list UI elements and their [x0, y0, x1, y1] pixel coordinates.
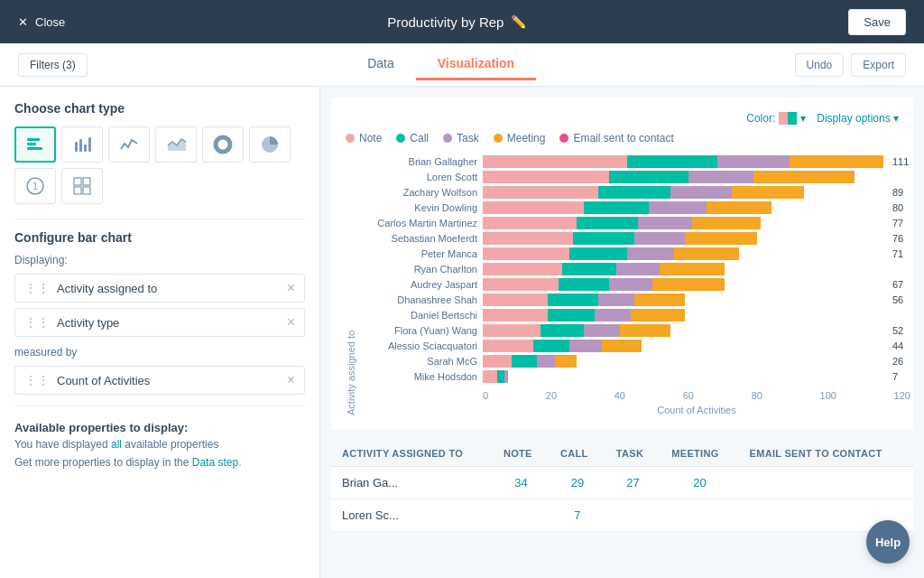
bar-row: Audrey Jaspart67: [360, 278, 910, 291]
bar-label: Peter Manca: [360, 248, 477, 259]
bar-segment: [638, 217, 692, 229]
tab-visualization[interactable]: Visualization: [416, 49, 536, 80]
chart-type-number[interactable]: 1: [14, 168, 56, 204]
bar-segment: [688, 171, 753, 183]
all-properties-link[interactable]: all: [111, 438, 125, 451]
bar-row: Loren Scott: [360, 171, 910, 183]
tag-label-activity-type: Activity type: [57, 316, 287, 330]
bar-row: Flora (Yuan) Wang52: [360, 324, 910, 337]
display-options-button[interactable]: Display options ▾: [817, 112, 899, 125]
svg-text:1: 1: [32, 182, 38, 191]
left-panel: Choose chart type: [0, 87, 320, 578]
filter-button[interactable]: Filters (3): [18, 53, 88, 77]
cell-call: 7: [550, 499, 605, 532]
bar-segment: [483, 324, 541, 337]
bar-segment: [595, 309, 631, 322]
chart-type-line[interactable]: [108, 126, 150, 163]
bar-segment: [512, 355, 537, 368]
drag-handle-icon: ⋮⋮: [24, 373, 50, 387]
toolbar-right: Undo Export: [795, 53, 906, 77]
bar-track: [483, 355, 883, 368]
close-label: Close: [35, 15, 65, 29]
legend-note: Note: [346, 132, 382, 144]
chart-type-bar-vertical[interactable]: [61, 126, 103, 163]
bar-row: Sarah McG26: [360, 355, 910, 368]
bar-segment: [562, 263, 616, 275]
tab-data[interactable]: Data: [346, 49, 416, 80]
bar-segment: [483, 171, 609, 183]
bar-segment: [660, 263, 725, 275]
color-picker[interactable]: Color: ▾: [746, 112, 806, 125]
bar-label: Loren Scott: [360, 172, 477, 182]
bar-segment: [634, 232, 685, 245]
cell-call: 29: [550, 467, 605, 499]
cell-task: [605, 499, 661, 532]
chart-type-grid[interactable]: [61, 168, 103, 204]
col-header-meeting: MEETING: [661, 441, 738, 467]
data-step-link[interactable]: Data step.: [192, 456, 242, 469]
bar-label: Carlos Martin Martinez: [360, 218, 477, 228]
close-button[interactable]: ✕ Close: [18, 15, 65, 29]
available-props-text: You have displayed all available propert…: [14, 438, 305, 451]
bar-segment: [685, 232, 757, 245]
display-tag-activity-assigned[interactable]: ⋮⋮ Activity assigned to ×: [14, 274, 305, 303]
svg-point-9: [219, 141, 226, 148]
drag-handle-icon: ⋮⋮: [24, 281, 50, 295]
bar-segment: [541, 324, 584, 337]
main-area: Choose chart type: [0, 87, 924, 578]
tag-label-count: Count of Activities: [57, 374, 287, 387]
report-title: Productivity by Rep: [387, 14, 504, 30]
bar-segment: [555, 355, 577, 368]
legend-label-email: Email sent to contact: [573, 132, 673, 144]
svg-rect-5: [84, 144, 87, 152]
export-button[interactable]: Export: [851, 53, 906, 77]
tab-bar: Data Visualization: [346, 49, 536, 80]
bar-segment: [548, 309, 595, 322]
bar-segment: [573, 232, 634, 245]
legend-email: Email sent to contact: [559, 132, 673, 144]
bar-label: Brian Gallagher: [360, 156, 477, 167]
bar-segment: [634, 294, 685, 306]
legend-label-task: Task: [457, 132, 479, 144]
chevron-down-icon: ▾: [893, 112, 899, 125]
edit-title-icon[interactable]: ✏️: [511, 14, 526, 29]
bar-segment: [569, 340, 602, 352]
remove-tag-activity-assigned[interactable]: ×: [287, 280, 295, 296]
x-axis-label: Count of Activities: [360, 405, 910, 415]
chart-type-area[interactable]: [155, 126, 197, 163]
chart-type-pie[interactable]: [249, 126, 291, 163]
bar-value: 7: [892, 371, 910, 382]
right-panel: Color: ▾ Display options ▾ Note Call: [320, 87, 924, 578]
chart-type-selector: 1: [14, 126, 305, 204]
chart-type-donut[interactable]: [202, 126, 244, 163]
bar-segment: [707, 201, 772, 214]
bar-segment: [674, 247, 739, 260]
measure-tag-count[interactable]: ⋮⋮ Count of Activities ×: [14, 366, 305, 395]
bar-label: Zachary Wolfson: [360, 187, 477, 198]
bar-chart: Activity assigned to Brian Gallagher111L…: [346, 155, 899, 415]
display-tag-activity-type[interactable]: ⋮⋮ Activity type ×: [14, 308, 305, 337]
bar-segment: [548, 294, 598, 306]
bar-value: 111: [892, 156, 910, 167]
bar-segment: [497, 370, 504, 383]
bar-track: [483, 294, 883, 306]
help-button[interactable]: Help: [866, 520, 910, 564]
available-props-section: Available properties to display: You hav…: [14, 421, 305, 469]
remove-tag-activity-type[interactable]: ×: [287, 314, 295, 331]
bar-segment: [616, 263, 660, 275]
bar-label: Mike Hodsdon: [360, 371, 477, 382]
save-button[interactable]: Save: [848, 9, 906, 35]
measured-by-label: measured by: [14, 346, 305, 359]
chart-type-bar-horizontal[interactable]: [14, 126, 56, 163]
bar-track: [483, 201, 883, 214]
remove-tag-count[interactable]: ×: [287, 372, 295, 388]
cell-task: 27: [605, 467, 661, 499]
legend-dot-meeting: [494, 134, 503, 143]
bar-label: Kevin Dowling: [360, 202, 477, 213]
bar-segment: [483, 217, 577, 229]
bar-segment: [584, 324, 620, 337]
bar-label: Alessio Sciacquatori: [360, 340, 477, 351]
bar-value: 76: [892, 233, 910, 244]
undo-button[interactable]: Undo: [795, 53, 845, 77]
bar-segment: [483, 340, 533, 352]
